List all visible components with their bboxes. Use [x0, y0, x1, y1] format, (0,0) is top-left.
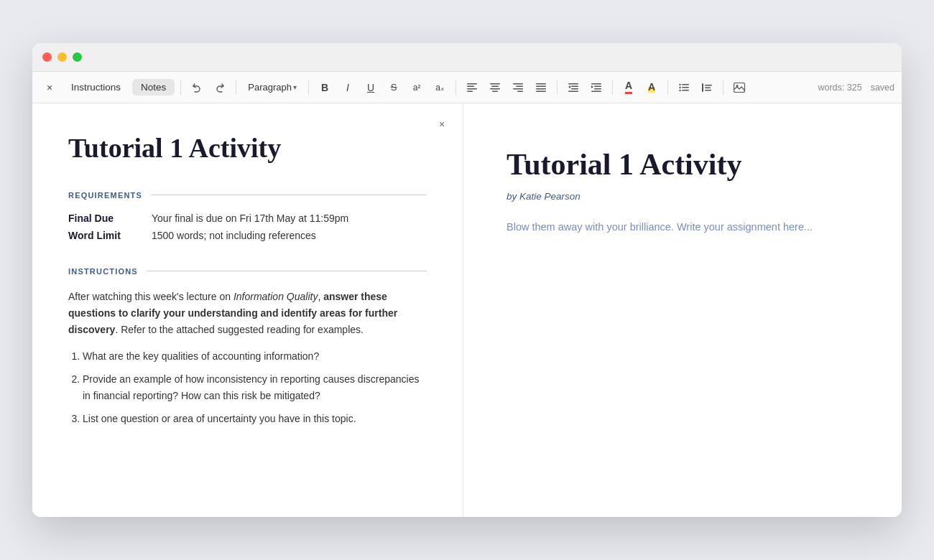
highlight-icon: A — [648, 82, 655, 93]
list-icon — [679, 83, 689, 92]
svg-rect-1 — [467, 85, 474, 87]
undo-button[interactable] — [187, 78, 207, 98]
image-icon — [734, 83, 745, 93]
svg-rect-19 — [568, 90, 578, 92]
highlight-button[interactable]: A — [642, 78, 662, 98]
saved-status: saved — [871, 83, 894, 93]
list-button[interactable] — [674, 78, 694, 98]
strikethrough-button[interactable]: S — [384, 78, 404, 98]
notes-title: Tutorial 1 Activity — [507, 146, 859, 182]
svg-point-26 — [679, 86, 680, 88]
svg-rect-5 — [491, 85, 499, 87]
svg-rect-2 — [467, 88, 477, 90]
req-label-0: Final Due — [68, 213, 140, 224]
svg-rect-3 — [467, 90, 473, 92]
align-center-button[interactable] — [485, 78, 505, 98]
font-color-icon: A — [625, 80, 632, 93]
notes-panel[interactable]: Tutorial 1 Activity by Katie Pearson Blo… — [463, 103, 902, 517]
svg-rect-12 — [536, 83, 546, 85]
close-panel-button[interactable]: × — [434, 116, 450, 132]
maximize-traffic-light[interactable] — [73, 52, 82, 62]
svg-point-24 — [679, 83, 680, 85]
divider-1 — [180, 80, 181, 95]
req-value-1: 1500 words; not including references — [152, 230, 316, 241]
svg-rect-11 — [517, 90, 523, 92]
notes-placeholder-text: Blow them away with your brilliance. Wri… — [507, 219, 859, 235]
tab-notes[interactable]: Notes — [132, 79, 175, 95]
requirements-table: Final Due Your final is due on Fri 17th … — [68, 213, 427, 241]
svg-rect-18 — [571, 88, 578, 90]
main-content: × Tutorial 1 Activity REQUIREMENTS Final… — [32, 103, 902, 517]
blockquote-button[interactable] — [697, 78, 717, 98]
svg-rect-34 — [734, 83, 745, 92]
justify-button[interactable] — [531, 78, 551, 98]
indent-icon — [568, 83, 578, 92]
undo-icon — [192, 83, 202, 93]
svg-rect-31 — [705, 85, 712, 86]
svg-rect-10 — [513, 88, 523, 90]
svg-rect-20 — [591, 83, 601, 85]
divider-8 — [723, 80, 723, 95]
redo-icon — [215, 83, 225, 93]
instructions-panel: × Tutorial 1 Activity REQUIREMENTS Final… — [32, 103, 463, 517]
minimize-traffic-light[interactable] — [57, 52, 67, 62]
outdent-icon — [591, 83, 601, 92]
svg-rect-7 — [492, 90, 498, 92]
svg-rect-8 — [513, 83, 523, 85]
browser-window: × Instructions Notes Paragraph ▾ — [32, 43, 902, 517]
tab-instructions[interactable]: Instructions — [63, 79, 129, 95]
align-left-icon — [467, 83, 477, 92]
close-traffic-light[interactable] — [42, 52, 52, 62]
align-center-icon — [490, 83, 500, 92]
svg-rect-15 — [536, 90, 546, 92]
svg-rect-29 — [682, 90, 689, 91]
title-bar — [32, 43, 902, 72]
divider-5 — [557, 80, 558, 95]
paragraph-select[interactable]: Paragraph ▾ — [242, 80, 302, 95]
instructions-content: After watching this week's lecture on In… — [68, 289, 427, 427]
align-left-button[interactable] — [462, 78, 482, 98]
indent-button[interactable] — [563, 78, 583, 98]
divider-6 — [612, 80, 613, 95]
requirements-line — [151, 195, 427, 195]
svg-rect-33 — [705, 90, 711, 91]
svg-rect-0 — [467, 83, 477, 85]
svg-rect-13 — [536, 85, 546, 87]
svg-rect-6 — [490, 88, 500, 90]
word-count-label: words: 325 — [818, 83, 861, 93]
svg-rect-27 — [682, 87, 689, 88]
notes-author: by Katie Pearson — [507, 191, 859, 202]
justify-icon — [536, 83, 546, 92]
chevron-down-icon: ▾ — [293, 83, 297, 91]
redo-button[interactable] — [210, 78, 230, 98]
instructions-line — [147, 271, 427, 271]
svg-rect-17 — [571, 85, 578, 87]
list-item: List one question or area of uncertainty… — [83, 411, 427, 426]
image-button[interactable] — [729, 78, 749, 98]
outdent-button[interactable] — [586, 78, 606, 98]
instructions-title: Tutorial 1 Activity — [68, 132, 427, 165]
svg-rect-22 — [594, 88, 601, 90]
subscript-button[interactable]: aₓ — [430, 78, 450, 98]
superscript-button[interactable]: a² — [407, 78, 427, 98]
align-right-button[interactable] — [508, 78, 528, 98]
requirements-label: REQUIREMENTS — [68, 191, 142, 200]
list-item: What are the key qualities of accounting… — [83, 348, 427, 364]
svg-rect-14 — [536, 88, 546, 90]
svg-rect-32 — [705, 87, 711, 88]
svg-point-28 — [679, 89, 680, 90]
bold-button[interactable]: B — [315, 78, 335, 98]
svg-rect-4 — [490, 83, 500, 85]
divider-3 — [308, 80, 309, 95]
italic-button[interactable]: I — [338, 78, 358, 98]
requirements-section-header: REQUIREMENTS — [68, 191, 427, 200]
svg-rect-23 — [591, 90, 601, 92]
underline-button[interactable]: U — [361, 78, 381, 98]
close-button[interactable]: × — [40, 78, 60, 98]
svg-rect-16 — [568, 83, 578, 85]
req-value-0: Your final is due on Fri 17th May at 11:… — [152, 213, 348, 224]
font-color-button[interactable]: A — [619, 78, 639, 98]
blockquote-icon — [702, 83, 712, 92]
req-label-1: Word Limit — [68, 230, 140, 241]
svg-rect-9 — [516, 85, 523, 87]
